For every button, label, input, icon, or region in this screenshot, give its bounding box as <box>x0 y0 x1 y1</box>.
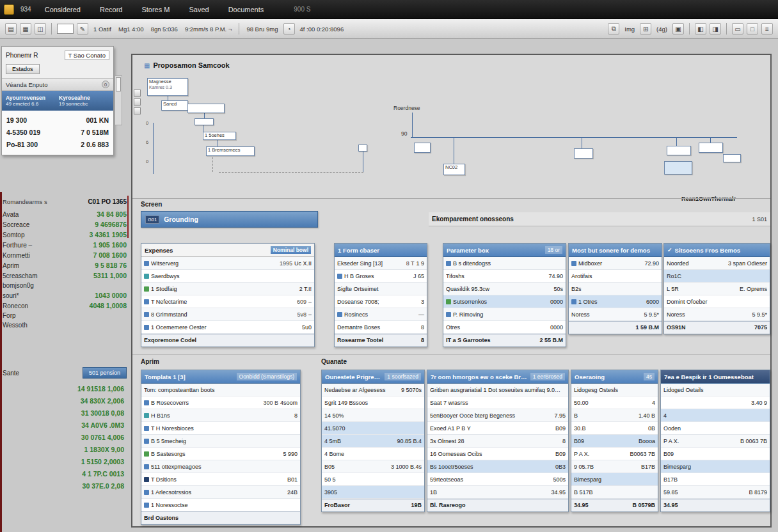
list-item[interactable]: Somtop3 4361 1905 <box>1 230 128 240</box>
table-row[interactable]: 34.95B 0579B <box>571 499 658 512</box>
table-row[interactable]: Bl. Rasreogo <box>427 499 568 512</box>
table-row[interactable]: Doseanse 7008;3 <box>335 295 427 308</box>
list-item[interactable]: Kornmetti7 008 1600 <box>1 250 128 260</box>
table-row[interactable]: Sgrit 149 Bssoos <box>322 396 424 409</box>
menu-item-saved[interactable]: Saved <box>187 4 210 15</box>
table-row[interactable]: Midboxer72.90 <box>569 257 662 270</box>
table-row[interactable]: 3905 <box>322 486 424 499</box>
table-row[interactable]: Lidogesg Ostesls <box>571 384 658 396</box>
table-header[interactable]: ✓Sitsoeens Fros Bemos <box>664 244 770 257</box>
summary-row[interactable]: Po-81 3002 0.6 883 <box>6 138 109 150</box>
table-row[interactable]: B Rosecoverrs300 B4soom <box>141 396 300 409</box>
list-item[interactable]: Socreace9 4696876 <box>1 219 128 230</box>
table-row[interactable]: P A X.B0063 7B <box>571 448 658 460</box>
table-row[interactable]: Saat 7 wrasrss <box>427 396 568 409</box>
table-header[interactable]: 1 Form cbaser <box>335 244 427 257</box>
table-row[interactable]: Sutsorrenkos0000 <box>443 295 566 308</box>
table-row[interactable]: 1 Noressoctse <box>141 499 300 512</box>
table-header[interactable]: Tomplats 1 [3]Oonbidd (Smanstilogs) <box>141 370 300 384</box>
clock-icon[interactable]: ◔ <box>283 23 295 35</box>
table-row[interactable]: Demantre Boses8 <box>335 321 427 334</box>
table-row[interactable]: B 5 5mecheig <box>141 435 300 448</box>
table-row[interactable]: B s ditendogss <box>443 257 566 270</box>
total-row[interactable]: 4 1 7P.C 0013 <box>1 467 128 480</box>
table-row[interactable]: Brd Oastons <box>141 512 300 524</box>
table-row[interactable]: 59rteotseoas500s <box>427 473 568 486</box>
list-item[interactable]: Avata34 84 805 <box>1 209 128 219</box>
table-header[interactable]: ExpensesNominal bowl <box>141 244 314 257</box>
table-row[interactable]: Noorded3 span Odieser <box>664 257 770 270</box>
total-row[interactable]: 1 5150 2,0003 <box>1 455 128 467</box>
grounding-header-bar[interactable]: G01 Grounding <box>141 211 318 228</box>
table-row[interactable]: B1.40 B <box>571 409 658 422</box>
table-row[interactable]: Quasildik 95.3cw50s <box>443 283 566 295</box>
table-row[interactable]: L 5RE. Oprems <box>664 283 770 295</box>
menu-item-stores-m[interactable]: Stores M <box>139 4 171 15</box>
table-header[interactable]: Ounestete Prigremet1 soorfsazed <box>322 370 424 384</box>
table-row[interactable]: P A X.B 0063 7B <box>661 435 770 448</box>
table-row[interactable]: B 517B <box>571 486 658 499</box>
table-row[interactable]: FroBasor19B <box>322 499 424 512</box>
pension-button[interactable]: 501 pension <box>83 367 127 379</box>
table-row[interactable]: Noress5 9.5* <box>664 308 770 321</box>
table-row[interactable]: 41.5070 <box>322 422 424 435</box>
table-row[interactable]: Bs 1ooetr5oeses0B3 <box>427 460 568 473</box>
table-row[interactable]: 4 <box>661 409 770 422</box>
table-row[interactable]: 4 Bome <box>322 448 424 460</box>
list-item[interactable]: souri*1043 0000 <box>1 290 128 301</box>
total-row[interactable]: 1 1830X 9,00 <box>1 443 128 455</box>
table-row[interactable]: Rosinecs— <box>335 308 427 321</box>
table-row[interactable]: Rosearme Tootel8 <box>335 334 427 347</box>
diagram-node[interactable] <box>414 143 431 153</box>
total-row[interactable]: 30 37E.0 2,08 <box>1 480 128 492</box>
table-row[interactable]: 1 Arlecsotrssios24B <box>141 486 300 499</box>
table-row[interactable]: Ooden <box>661 422 770 435</box>
table-row[interactable]: 8 Grimmstand5v8– <box>141 308 314 321</box>
diagram-node[interactable]: 1 Bremsemees <box>206 146 255 156</box>
table-row[interactable]: 50 5 <box>322 473 424 486</box>
app-icon[interactable] <box>4 4 14 15</box>
table-row[interactable]: Tifoshs74.90 <box>443 270 566 283</box>
menu-item-record[interactable]: Record <box>98 4 124 15</box>
table-row[interactable]: IT a S Garrootes2 55 B.M <box>443 334 566 347</box>
table-row[interactable]: Saerdbwys <box>141 270 314 283</box>
table-row[interactable]: 30.B0B <box>571 422 658 435</box>
toolbar-label[interactable]: 4f :00 0:20:8096 <box>298 26 346 33</box>
table-row[interactable]: B09Boooa <box>571 435 658 448</box>
table-row[interactable]: 1 Ocememere Oester5u0 <box>141 321 314 334</box>
table-row[interactable]: T DsitionsB01 <box>141 473 300 486</box>
toolbar-label[interactable]: Img <box>623 26 637 33</box>
scrollbar-thumb[interactable] <box>116 77 121 91</box>
edit-icon[interactable]: ✎ <box>77 23 88 35</box>
list-item[interactable]: 5creascham5311 1,000 <box>1 270 128 281</box>
list-item[interactable]: Ronecon4048 1,0008 <box>1 301 128 311</box>
table-row[interactable]: Domint Ofoeber <box>664 295 770 308</box>
table-row[interactable]: 59.85B 8179 <box>661 486 770 499</box>
open-folder-icon[interactable]: ▦ <box>20 23 31 35</box>
table-header[interactable]: 7ea e Bespik ir 1 Oumesseboat <box>661 370 770 384</box>
table-row[interactable]: 1 59 B.M <box>569 321 662 334</box>
toolbar-label[interactable]: (4g) <box>655 26 669 33</box>
table-row[interactable]: Arotifais <box>569 270 662 283</box>
table-row[interactable]: Bimesparg <box>661 460 770 473</box>
table-row[interactable]: B053 1000 B.4s <box>322 460 424 473</box>
quick-entry-box[interactable] <box>57 24 74 34</box>
total-row[interactable]: 34 830X 2,006 <box>1 395 128 407</box>
new-page-icon[interactable]: ▤ <box>5 23 17 35</box>
form-scrollbar[interactable] <box>115 75 122 125</box>
section-header[interactable]: Véanda Enputo 0 <box>2 78 113 91</box>
table-row[interactable]: Exoed A1 P B YB09 <box>427 422 568 435</box>
total-row[interactable]: 34 A0V6 .0M3 <box>1 419 128 431</box>
list-item[interactable]: Aprim9 5 818 76 <box>1 260 128 270</box>
table-row[interactable]: B2s <box>569 283 662 295</box>
table-row[interactable]: Exqoremone Codel <box>141 334 314 347</box>
diagram-node[interactable]: NC02 <box>443 164 465 175</box>
table-row[interactable]: B09 <box>661 448 770 460</box>
table-row[interactable]: B17B <box>661 473 770 486</box>
table-row[interactable]: T Nefectarime609– <box>141 295 314 308</box>
table-row[interactable]: OS91N7075 <box>664 321 770 334</box>
table-row[interactable]: 4 5mB90.85 B.4 <box>322 435 424 448</box>
diagram-node[interactable] <box>574 148 593 159</box>
diagram-node[interactable] <box>194 118 214 125</box>
total-row[interactable]: 14 91518 1,006 <box>1 382 128 395</box>
